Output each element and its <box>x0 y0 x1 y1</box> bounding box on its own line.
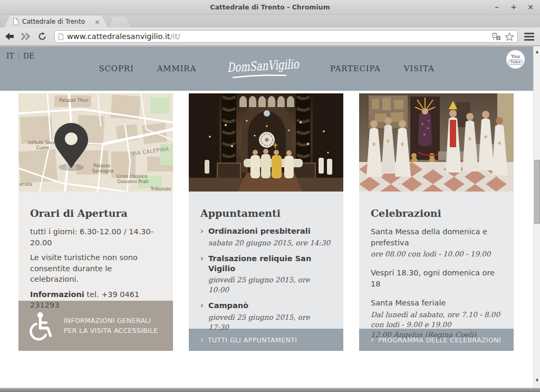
celebrations-p1: Santa Messa della domenica e prefestiva <box>371 226 502 248</box>
accessibility-label: INFORMAZIONI GENERALI PER LA VISITA ACCE… <box>64 316 163 335</box>
menu-item-scopri[interactable]: SCOPRI <box>99 64 133 73</box>
tab-close-icon[interactable]: × <box>93 18 101 26</box>
appointment-date: giovedì 25 giugno 2015, ore 10:00 <box>208 275 332 295</box>
orari-title: Orari di Apertura <box>30 207 161 219</box>
window-controls: – + × <box>493 2 535 12</box>
bookmark-star-icon[interactable] <box>505 32 514 41</box>
close-button[interactable]: × <box>526 2 535 12</box>
orari-line1: tutti i giorni: 6.30-12.00 / 14.30-20.00 <box>30 226 161 248</box>
menu-item-visita[interactable]: VISITA <box>404 64 435 73</box>
chevron-icon: › <box>200 301 204 332</box>
scroll-up-icon[interactable]: ▲ <box>534 50 540 54</box>
chevron-icon: › <box>371 335 374 345</box>
tab-strip: Cattedrale di Trento × <box>0 15 540 27</box>
menu-bar <box>524 36 534 37</box>
tab-title: Cattedrale di Trento <box>22 18 93 25</box>
window-bottom-edge <box>0 388 540 392</box>
map-label: Tribunale <box>150 186 171 192</box>
appointment-date: sabato 20 giugno 2015, ore 14:30 <box>208 238 330 248</box>
map-label: Istituto Sacro <box>28 140 57 145</box>
map-image: Palazzo Thun Istituto Sacro Cuore Palazz… <box>18 93 173 192</box>
url-text[interactable]: www.cattedralesanvigilio.it/it/ <box>67 32 492 41</box>
youtube-icon[interactable]: You Tube <box>506 50 525 69</box>
page-icon <box>58 33 64 40</box>
appointment-title[interactable]: Ordinazioni presbiterali <box>208 226 330 236</box>
orari-body: Orari di Apertura tutti i giorni: 6.30-1… <box>18 192 173 301</box>
window-title: Cattedrale di Trento - Chromium <box>0 3 540 11</box>
chevron-icon: › <box>200 335 204 345</box>
url-host: www.cattedralesanvigilio.it <box>67 32 170 41</box>
browser-menu-button[interactable] <box>522 31 536 42</box>
cathedral-interior-photo <box>189 93 343 192</box>
chevron-icon: › <box>200 254 204 295</box>
tab-cattedrale[interactable]: Cattedrale di Trento × <box>4 16 108 27</box>
forward-button[interactable] <box>19 30 33 43</box>
scroll-down-icon[interactable]: ▼ <box>534 378 540 383</box>
info-label: Informazioni <box>30 290 84 299</box>
map-label: Cuore <box>36 145 49 150</box>
url-path: /it/ <box>170 32 180 41</box>
menu-bar <box>524 39 534 41</box>
map-label: Liceo classico <box>117 174 147 179</box>
reload-button[interactable] <box>35 30 49 43</box>
youtube-text-you: You <box>511 54 520 59</box>
logo-text: DomSanVigilio <box>227 56 300 75</box>
reload-icon <box>38 32 46 41</box>
chevron-icon: › <box>200 226 204 248</box>
forward-icon <box>21 33 31 40</box>
new-tab-button[interactable] <box>109 17 131 27</box>
celebrations-p1-detail: ore 08.00 con lodi - 10.00 - 19.00 <box>371 249 502 259</box>
appointment-item[interactable]: › Campanò giovedì 25 giugno 2015, ore 17… <box>200 301 332 332</box>
celebrations-p3-detail1: Dal lunedì al sabato, ore 7.10 - 8.00 co… <box>371 310 502 330</box>
celebrazioni-body: Celebrazioni Santa Messa della domenica … <box>359 192 514 329</box>
celebrations-p2: Vespri 18.30, ogni domenica ore 18 <box>371 267 502 289</box>
celebrations-program-label: PROGRAMMA DELLE CELEBRAZIONI <box>378 336 501 344</box>
all-appointments-label: TUTTI GLI APPUNTAMENTI <box>208 336 297 344</box>
site-navbar: IT DE SCOPRI AMMIRA DomSanVigilio PARTEC… <box>0 46 533 91</box>
orari-line2: Le visite turistiche non sono consentite… <box>30 252 161 285</box>
maximize-button[interactable]: + <box>509 2 518 12</box>
map-label: Palazzo Thun <box>59 98 89 103</box>
celebration-photo <box>359 93 514 192</box>
window-titlebar: Cattedrale di Trento - Chromium – + × <box>0 0 540 15</box>
url-bar[interactable]: www.cattedralesanvigilio.it/it/ <box>54 30 518 43</box>
minimize-button[interactable]: – <box>493 2 501 12</box>
map-label: Palazzo <box>93 163 110 168</box>
main-menu: SCOPRI AMMIRA DomSanVigilio PARTECIPA VI… <box>0 46 533 91</box>
card-orari: Palazzo Thun Istituto Sacro Cuore Palazz… <box>18 93 173 351</box>
celebrations-p3: Santa Messa feriale <box>371 298 502 309</box>
celebrazioni-title: Celebrazioni <box>371 207 502 219</box>
wheelchair-icon <box>28 311 55 341</box>
browser-window: Cattedrale di Trento - Chromium – + × Ca… <box>0 0 540 392</box>
translate-icon[interactable] <box>492 33 501 41</box>
back-icon <box>5 33 14 40</box>
menu-bar <box>524 33 534 34</box>
appuntamenti-body: Appuntamenti › Ordinazioni presbiterali … <box>189 192 343 329</box>
browser-toolbar: www.cattedralesanvigilio.it/it/ <box>0 27 540 46</box>
appointment-item[interactable]: › Ordinazioni presbiterali sabato 20 giu… <box>200 226 332 248</box>
appuntamenti-title: Appuntamenti <box>200 207 332 219</box>
back-button[interactable] <box>3 30 16 43</box>
map-label: Giovanni Prati <box>117 179 149 184</box>
appointment-item[interactable]: › Tralsazione reliquie San Vigilio giove… <box>200 254 332 295</box>
youtube-text-tube: Tube <box>508 60 522 65</box>
menu-item-partecipa[interactable]: PARTECIPA <box>330 64 381 73</box>
site-logo[interactable]: DomSanVigilio <box>224 52 303 85</box>
menu-item-ammira[interactable]: AMMIRA <box>157 64 196 73</box>
page-icon <box>13 18 19 25</box>
page-content: Palazzo Thun Istituto Sacro Cuore Palazz… <box>0 91 533 388</box>
appointment-title[interactable]: Campanò <box>208 301 332 311</box>
appointment-title[interactable]: Tralsazione reliquie San Vigilio <box>208 254 332 274</box>
scrollbar-thumb[interactable] <box>534 160 540 224</box>
card-appuntamenti: Appuntamenti › Ordinazioni presbiterali … <box>189 93 343 351</box>
map-label: Sardagna <box>92 168 114 174</box>
map-label: ersità <box>20 181 32 187</box>
card-celebrazioni: Celebrazioni Santa Messa della domenica … <box>359 93 514 351</box>
appointment-date: giovedì 25 giugno 2015, ore 17:30 <box>208 312 332 332</box>
page-scrollbar[interactable]: ▲ ▼ <box>533 46 540 388</box>
